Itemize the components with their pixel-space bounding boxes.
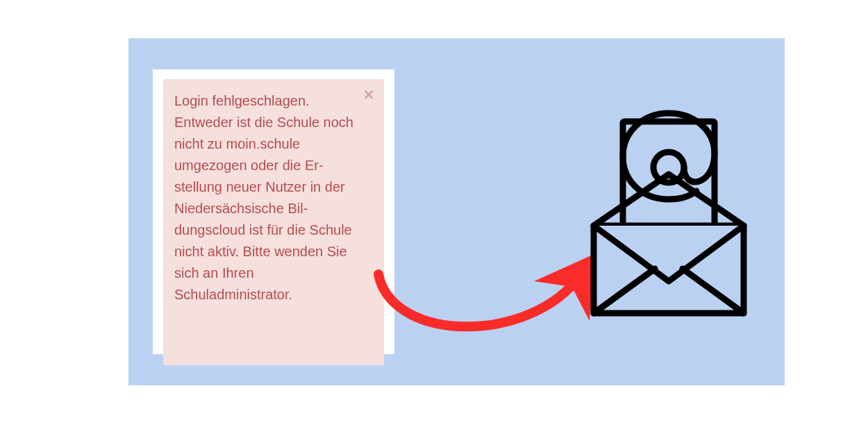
- arrow-icon: [372, 233, 594, 365]
- close-glyph: ×: [363, 84, 374, 106]
- illustration-stage: × Login fehlgeschlagen. Entweder ist die…: [128, 38, 785, 385]
- close-icon[interactable]: ×: [359, 85, 378, 104]
- alert-message: Login fehlgeschlagen. Entweder ist die S…: [174, 90, 373, 306]
- email-envelope-icon: [580, 108, 758, 323]
- login-failed-alert: × Login fehlgeschlagen. Entweder ist die…: [163, 79, 384, 365]
- alert-card: × Login fehlgeschlagen. Entweder ist die…: [153, 69, 394, 354]
